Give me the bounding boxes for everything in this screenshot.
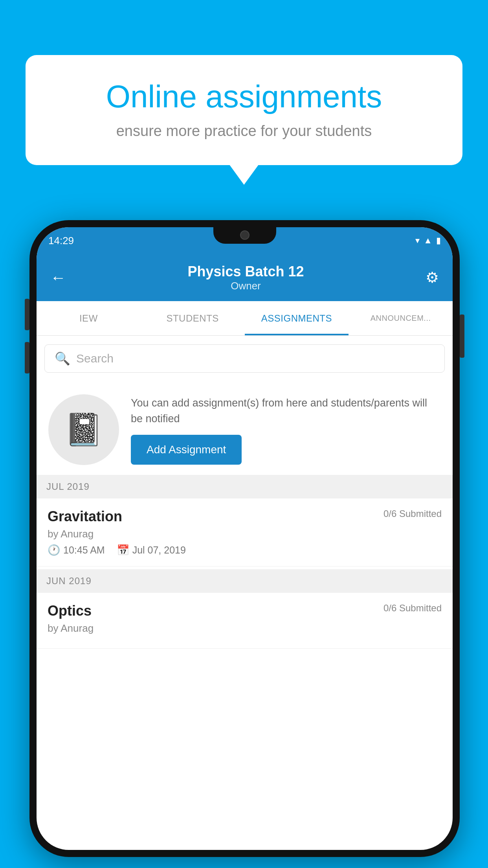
assignment-title: Gravitation xyxy=(48,508,122,525)
notch xyxy=(213,227,276,244)
promo-icon-circle: 📓 xyxy=(48,394,119,465)
speech-bubble-title: Online assignments xyxy=(53,79,435,115)
search-container: 🔍 Search xyxy=(37,337,453,380)
signal-icon: ▲ xyxy=(424,235,432,246)
power-button[interactable] xyxy=(460,314,464,358)
promo-description: You can add assignment(s) from here and … xyxy=(131,395,441,427)
settings-button[interactable]: ⚙ xyxy=(426,269,439,286)
notebook-icon: 📓 xyxy=(64,411,103,448)
app-bar: ← Physics Batch 12 Owner ⚙ xyxy=(37,254,453,301)
wifi-icon: ▾ xyxy=(415,235,420,246)
section-header-jun-label: JUN 2019 xyxy=(46,576,92,587)
search-placeholder: Search xyxy=(76,352,114,365)
tab-assignments[interactable]: ASSIGNMENTS xyxy=(245,301,349,335)
search-bar[interactable]: 🔍 Search xyxy=(44,344,445,373)
tab-iew[interactable]: IEW xyxy=(37,301,141,335)
app-bar-title-group: Physics Batch 12 Owner xyxy=(187,263,304,292)
status-time: 14:29 xyxy=(48,235,74,247)
back-button[interactable]: ← xyxy=(50,269,66,287)
assignment-title-optics: Optics xyxy=(48,603,92,619)
search-icon: 🔍 xyxy=(55,351,70,366)
assignment-time: 🕐 10:45 AM xyxy=(48,544,105,556)
speech-bubble-container: Online assignments ensure more practice … xyxy=(26,55,462,165)
assignment-meta: 🕐 10:45 AM 📅 Jul 07, 2019 xyxy=(48,544,442,556)
assignment-author: by Anurag xyxy=(48,528,442,540)
speech-bubble-subtitle: ensure more practice for your students xyxy=(53,123,435,140)
add-assignment-button[interactable]: Add Assignment xyxy=(131,435,242,465)
app-bar-title: Physics Batch 12 xyxy=(187,263,304,280)
promo-text-group: You can add assignment(s) from here and … xyxy=(131,395,441,465)
volume-up-button[interactable] xyxy=(25,299,29,330)
assignment-author-optics: by Anurag xyxy=(48,622,442,634)
front-camera xyxy=(240,230,250,240)
clock-icon: 🕐 xyxy=(48,544,60,556)
assignment-item-gravitation[interactable]: Gravitation 0/6 Submitted by Anurag 🕐 10… xyxy=(37,498,453,566)
tabs-bar: IEW STUDENTS ASSIGNMENTS ANNOUNCEM... xyxy=(37,301,453,336)
assignment-submitted: 0/6 Submitted xyxy=(383,508,442,519)
assignment-top-row-optics: Optics 0/6 Submitted xyxy=(48,603,442,619)
assignment-submitted-optics: 0/6 Submitted xyxy=(383,603,442,614)
battery-icon: ▮ xyxy=(436,235,441,246)
status-icons: ▾ ▲ ▮ xyxy=(415,235,441,246)
calendar-icon: 📅 xyxy=(117,544,129,556)
phone-frame: 14:29 ▾ ▲ ▮ ← Physics Batch 12 Owner ⚙ I… xyxy=(29,220,460,857)
assignment-item-optics[interactable]: Optics 0/6 Submitted by Anurag xyxy=(37,593,453,649)
section-header-jun: JUN 2019 xyxy=(37,569,453,593)
assignment-date: 📅 Jul 07, 2019 xyxy=(117,544,186,556)
tab-students[interactable]: STUDENTS xyxy=(141,301,245,335)
section-header-jul: JUL 2019 xyxy=(37,475,453,498)
speech-bubble: Online assignments ensure more practice … xyxy=(26,55,462,165)
app-bar-subtitle: Owner xyxy=(187,280,304,292)
promo-section: 📓 You can add assignment(s) from here an… xyxy=(37,381,453,479)
phone-screen: 14:29 ▾ ▲ ▮ ← Physics Batch 12 Owner ⚙ I… xyxy=(37,227,453,850)
tab-announcements[interactable]: ANNOUNCEM... xyxy=(349,301,453,335)
assignment-top-row: Gravitation 0/6 Submitted xyxy=(48,508,442,525)
section-header-jul-label: JUL 2019 xyxy=(46,481,90,492)
volume-down-button[interactable] xyxy=(25,342,29,373)
